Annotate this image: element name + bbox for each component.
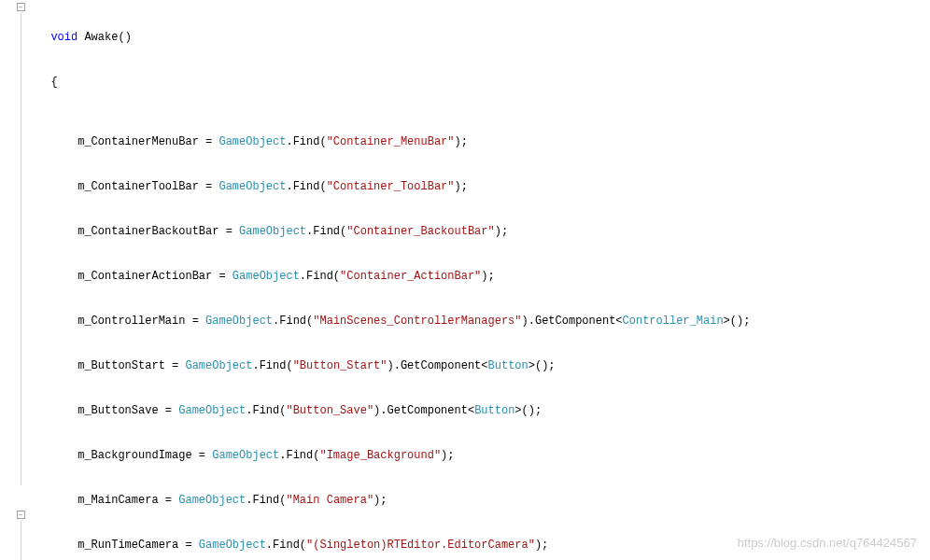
code-line: m_RunTimeCamera = GameObject.Find("(Sing… [37,538,930,553]
code-line: m_MainCamera = GameObject.Find("Main Cam… [37,493,930,508]
fold-gutter: − − [0,0,34,560]
fold-toggle-awake[interactable]: − [17,3,25,11]
code-line: m_ContainerToolBar = GameObject.Find("Co… [37,179,930,194]
fold-toggle-update[interactable]: − [17,511,25,519]
brace-open: { [37,75,930,90]
code-line: m_ControllerMain = GameObject.Find("Main… [37,314,930,329]
fold-guide-line [21,521,21,560]
code-line: m_ContainerBackoutBar = GameObject.Find(… [37,224,930,239]
code-line: m_ContainerMenuBar = GameObject.Find("Co… [37,134,930,149]
code-line: m_BackgroundImage = GameObject.Find("Ima… [37,448,930,463]
fold-guide-line [21,13,21,485]
code-area[interactable]: void Awake() { m_ContainerMenuBar = Game… [34,0,930,560]
method-signature: void Awake() [37,30,930,45]
code-line: m_ButtonStart = GameObject.Find("Button_… [37,358,930,373]
code-line: m_ContainerActionBar = GameObject.Find("… [37,269,930,284]
code-editor[interactable]: − − void Awake() { m_ContainerMenuBar = … [0,0,930,560]
code-line: m_ButtonSave = GameObject.Find("Button_S… [37,403,930,418]
